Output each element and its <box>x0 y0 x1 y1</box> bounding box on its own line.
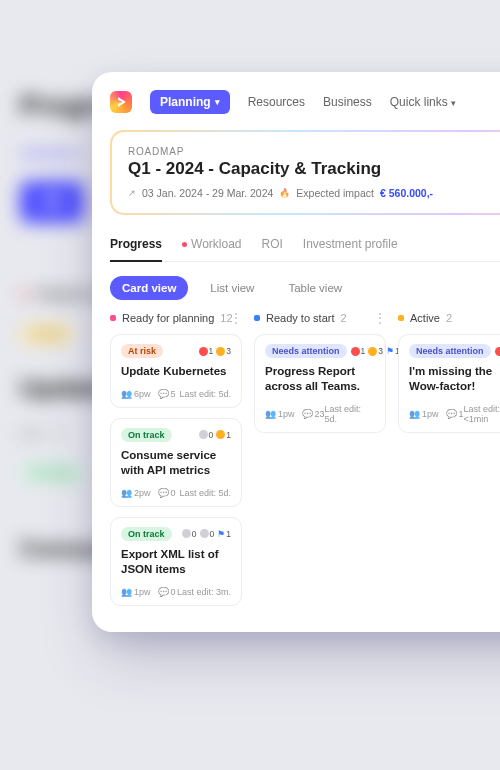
task-title: Progress Report across all Teams. <box>265 364 375 394</box>
badge: 0 <box>200 529 215 539</box>
view-card[interactable]: Card view <box>110 276 188 300</box>
people-stat: 👥6pw <box>121 389 151 399</box>
comments-stat: 💬0 <box>158 488 176 498</box>
column-ready-start: Ready to start 2 ⋮ Needs attention 131 P… <box>254 312 386 616</box>
tab-roi[interactable]: ROI <box>262 231 283 261</box>
view-list[interactable]: List view <box>198 276 266 300</box>
comments-stat: 💬23 <box>302 409 325 419</box>
tab-bar: Progress Workload ROI Investment profile <box>110 231 500 262</box>
column-name: Ready to start <box>266 312 334 324</box>
tab-workload[interactable]: Workload <box>182 231 241 261</box>
badge: 3 <box>216 346 231 356</box>
badge: 0 <box>199 430 214 440</box>
status-color-icon <box>254 315 260 321</box>
people-icon: 👥 <box>265 409 276 419</box>
impact-value: € 560.000,- <box>380 187 433 199</box>
nav-quicklinks[interactable]: Quick links ▾ <box>390 95 456 109</box>
tab-workload-label: Workload <box>191 237 241 251</box>
badge-dot-icon <box>216 430 225 439</box>
logo-icon[interactable] <box>110 91 132 113</box>
task-card[interactable]: At risk 13 Update Kubernetes 👥6pw 💬5 Las… <box>110 334 242 408</box>
app-window: Planning ▾ Resources Business Quick link… <box>92 72 500 632</box>
nav-business[interactable]: Business <box>323 95 372 109</box>
badge-group: 13 <box>199 346 231 356</box>
task-title: Export XML list of JSON items <box>121 547 231 577</box>
column-count: 2 <box>340 312 346 324</box>
status-pill: On track <box>121 527 172 541</box>
comment-icon: 💬 <box>158 389 169 399</box>
badge-group: 131 <box>351 346 400 356</box>
column-count: 2 <box>446 312 452 324</box>
badge-dot-icon <box>200 529 209 538</box>
last-edit: Last edit: <1min <box>464 404 500 424</box>
last-edit: Last edit: 5d. <box>325 404 375 424</box>
task-card[interactable]: On track 01 Consume service with API met… <box>110 418 242 507</box>
people-stat: 👥1pw <box>409 409 439 419</box>
people-stat: 👥2pw <box>121 488 151 498</box>
badge-dot-icon <box>199 430 208 439</box>
column-name: Active <box>410 312 440 324</box>
task-title: Update Kubernetes <box>121 364 231 379</box>
flag-icon <box>386 346 394 356</box>
roadmap-dates: 03 Jan. 2024 - 29 Mar. 2024 <box>142 187 273 199</box>
column-header: Ready to start 2 ⋮ <box>254 312 386 324</box>
last-edit: Last edit: 5d. <box>179 488 231 498</box>
badge: 1 <box>216 430 231 440</box>
people-icon: 👥 <box>409 409 420 419</box>
badge-group: 01 <box>199 430 231 440</box>
view-table[interactable]: Table view <box>276 276 354 300</box>
roadmap-header-card: ⋮ ⌄ ROADMAP Q1 - 2024 - Capacity & Track… <box>110 130 500 215</box>
badge: 1 <box>199 346 214 356</box>
badge: 0 <box>182 529 197 539</box>
nav-quicklinks-label: Quick links <box>390 95 448 109</box>
column-name: Ready for planning <box>122 312 214 324</box>
status-pill: On track <box>121 428 172 442</box>
badge-group: 101 <box>495 346 500 356</box>
flag-icon <box>217 529 225 539</box>
flame-icon: 🔥 <box>279 188 290 198</box>
column-header: Ready for planning 12 ⋮ <box>110 312 242 324</box>
task-card[interactable]: Needs attention 131 Progress Report acro… <box>254 334 386 433</box>
task-card[interactable]: On track 001 Export XML list of JSON ite… <box>110 517 242 606</box>
column-more-icon[interactable]: ⋮ <box>374 311 386 325</box>
column-active: Active 2 ⋮ Needs attention 101 I'm missi… <box>398 312 500 616</box>
indicator-dot-icon <box>182 242 187 247</box>
roadmap-meta: ↗ 03 Jan. 2024 - 29 Mar. 2024 🔥 Expected… <box>128 187 500 199</box>
status-color-icon <box>398 315 404 321</box>
status-pill: Needs attention <box>265 344 347 358</box>
badge: 1 <box>495 346 500 356</box>
comments-stat: 💬0 <box>158 587 176 597</box>
nav-planning[interactable]: Planning ▾ <box>150 90 230 114</box>
badge-dot-icon <box>495 347 500 356</box>
top-nav: Planning ▾ Resources Business Quick link… <box>110 90 500 114</box>
tab-progress[interactable]: Progress <box>110 231 162 261</box>
bg-button: All <box>20 181 84 223</box>
comment-icon: 💬 <box>446 409 457 419</box>
people-icon: 👥 <box>121 587 132 597</box>
people-icon: 👥 <box>121 389 132 399</box>
nav-planning-label: Planning <box>160 95 211 109</box>
status-pill: Needs attention <box>409 344 491 358</box>
roadmap-title: Q1 - 2024 - Capacity & Tracking <box>128 159 500 179</box>
comments-stat: 💬1 <box>446 409 464 419</box>
badge-dot-icon <box>351 347 360 356</box>
chevron-down-icon: ▾ <box>451 98 456 108</box>
task-card[interactable]: Needs attention 101 I'm missing the Wow-… <box>398 334 500 433</box>
calendar-icon: ↗ <box>128 188 136 198</box>
badge: 1 <box>351 346 366 356</box>
roadmap-label: ROADMAP <box>128 146 500 157</box>
column-more-icon[interactable]: ⋮ <box>230 311 242 325</box>
people-icon: 👥 <box>121 488 132 498</box>
last-edit: Last edit: 5d. <box>179 389 231 399</box>
comment-icon: 💬 <box>158 587 169 597</box>
people-stat: 👥1pw <box>265 409 295 419</box>
task-title: Consume service with API metrics <box>121 448 231 478</box>
status-pill: At risk <box>121 344 163 358</box>
badge-dot-icon <box>368 347 377 356</box>
view-switcher: Card view List view Table view <box>110 276 500 300</box>
nav-resources[interactable]: Resources <box>248 95 305 109</box>
tab-investment[interactable]: Investment profile <box>303 231 398 261</box>
chevron-down-icon: ▾ <box>215 97 220 107</box>
flag-badge: 1 <box>217 529 231 539</box>
comment-icon: 💬 <box>158 488 169 498</box>
